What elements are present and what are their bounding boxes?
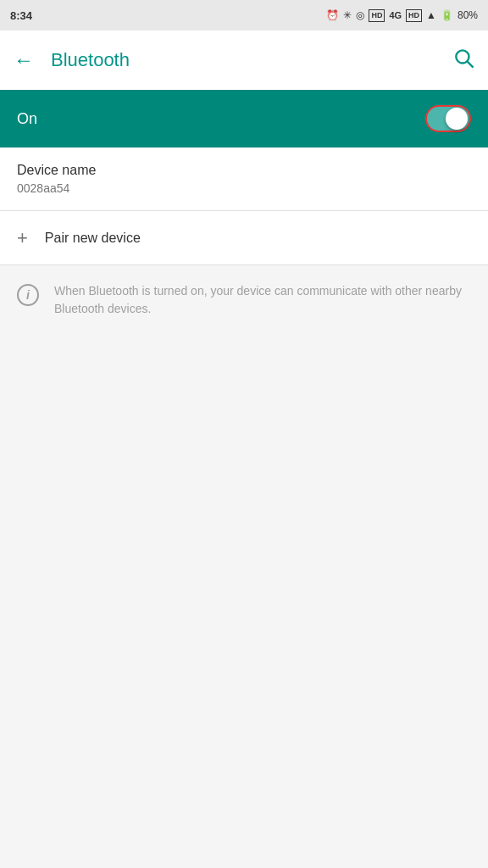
pair-device-label: Pair new device bbox=[45, 231, 141, 246]
svg-line-1 bbox=[468, 62, 473, 67]
info-text: When Bluetooth is turned on, your device… bbox=[54, 282, 471, 318]
app-bar: ← Bluetooth bbox=[0, 31, 488, 90]
status-time: 8:34 bbox=[10, 9, 32, 22]
bluetooth-toggle-row: On bbox=[0, 90, 488, 147]
info-icon: i bbox=[17, 284, 41, 308]
device-name-row[interactable]: Device name 0028aa54 bbox=[0, 147, 488, 211]
hd-icon: HD bbox=[369, 9, 385, 22]
signal-icon: ▲ bbox=[426, 9, 436, 21]
plus-icon: + bbox=[17, 229, 28, 248]
pair-device-row[interactable]: + Pair new device bbox=[0, 211, 488, 265]
toggle-thumb bbox=[446, 108, 468, 130]
bluetooth-toggle[interactable] bbox=[425, 105, 471, 132]
device-name-value: 0028aa54 bbox=[17, 181, 471, 195]
info-row: i When Bluetooth is turned on, your devi… bbox=[0, 265, 488, 335]
status-bar: 8:34 ⏰ ✳ ◎ HD 4G HD ▲ 🔋 80% bbox=[0, 0, 488, 31]
info-circle-icon: i bbox=[17, 284, 39, 306]
toggle-label: On bbox=[17, 110, 37, 128]
status-icons: ⏰ ✳ ◎ HD 4G HD ▲ 🔋 80% bbox=[326, 9, 478, 22]
battery-level: 80% bbox=[458, 9, 478, 21]
device-name-label: Device name bbox=[17, 163, 471, 178]
app-bar-left: ← Bluetooth bbox=[14, 48, 130, 72]
alarm-icon: ⏰ bbox=[326, 9, 339, 21]
hd2-icon: HD bbox=[406, 9, 422, 22]
location-icon: ◎ bbox=[356, 9, 364, 21]
battery-icon: 🔋 bbox=[441, 9, 453, 21]
search-button[interactable] bbox=[452, 47, 474, 74]
network-4g-icon: 4G bbox=[389, 10, 402, 20]
back-button[interactable]: ← bbox=[14, 48, 34, 72]
page-title: Bluetooth bbox=[51, 49, 130, 71]
bluetooth-icon: ✳ bbox=[343, 9, 352, 21]
